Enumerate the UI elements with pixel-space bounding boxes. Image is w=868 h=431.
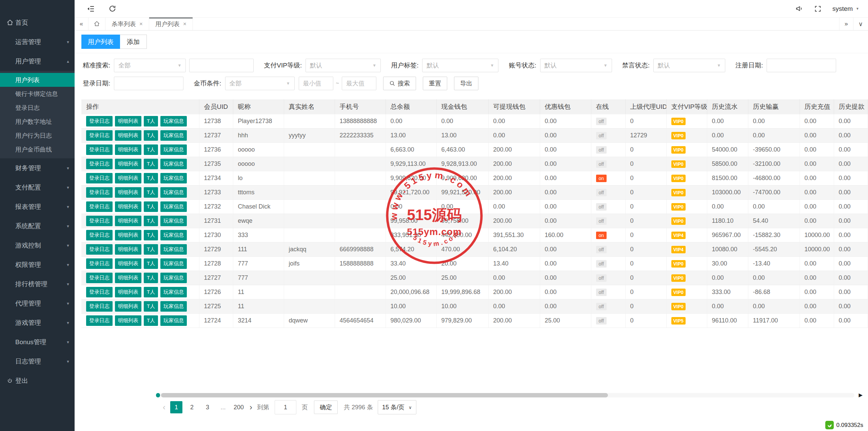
kick-player-button[interactable]: T人 bbox=[144, 273, 158, 283]
kick-player-button[interactable]: T人 bbox=[144, 201, 158, 212]
refresh-icon[interactable] bbox=[108, 5, 116, 13]
login-log-button[interactable]: 登录日志 bbox=[86, 116, 113, 126]
kick-player-button[interactable]: T人 bbox=[144, 116, 158, 126]
sidebar-item-ranking[interactable]: 排行榜管理▼ bbox=[0, 274, 75, 294]
detail-list-button[interactable]: 明细列表 bbox=[115, 216, 141, 226]
scroll-right-arrow-icon[interactable]: ▶ bbox=[859, 392, 863, 398]
precise-search-select[interactable]: 全部▼ bbox=[114, 59, 186, 72]
detail-list-button[interactable]: 明细列表 bbox=[115, 301, 141, 312]
confirm-button[interactable]: 确定 bbox=[314, 400, 338, 414]
sidebar-item-logs[interactable]: 日志管理▼ bbox=[0, 352, 75, 371]
announcement-icon[interactable] bbox=[795, 5, 803, 13]
page-button[interactable]: 1 bbox=[170, 401, 182, 413]
player-info-button[interactable]: 玩家信息 bbox=[160, 216, 187, 226]
scrollbar-thumb[interactable] bbox=[161, 393, 608, 397]
login-log-button[interactable]: 登录日志 bbox=[86, 273, 113, 283]
close-icon[interactable]: × bbox=[139, 21, 143, 27]
sidebar-item-payment-config[interactable]: 支付配置▼ bbox=[0, 178, 75, 197]
kick-player-button[interactable]: T人 bbox=[144, 230, 158, 240]
kick-player-button[interactable]: T人 bbox=[144, 144, 158, 155]
detail-list-button[interactable]: 明细列表 bbox=[115, 258, 141, 269]
add-tab-button[interactable]: 添加 bbox=[120, 35, 147, 49]
sidebar-item-behavior-log[interactable]: 用户行为日志 bbox=[0, 129, 75, 142]
login-log-button[interactable]: 登录日志 bbox=[86, 315, 113, 326]
sidebar-item-bank-card[interactable]: 银行卡绑定信息 bbox=[0, 87, 75, 101]
sidebar-item-agents[interactable]: 代理管理▼ bbox=[0, 294, 75, 313]
coin-condition-select[interactable]: 全部▼ bbox=[225, 77, 295, 90]
tabs-scroll-right-icon[interactable]: » bbox=[839, 18, 853, 30]
kick-player-button[interactable]: T人 bbox=[144, 159, 158, 169]
sidebar-item-games[interactable]: 游戏管理▼ bbox=[0, 313, 75, 332]
kick-player-button[interactable]: T人 bbox=[144, 173, 158, 183]
player-info-button[interactable]: 玩家信息 bbox=[160, 287, 187, 297]
kick-player-button[interactable]: T人 bbox=[144, 301, 158, 312]
detail-list-button[interactable]: 明细列表 bbox=[115, 159, 141, 169]
tab-user-list[interactable]: 用户列表 × bbox=[149, 18, 193, 30]
player-info-button[interactable]: 玩家信息 bbox=[160, 201, 187, 212]
player-info-button[interactable]: 玩家信息 bbox=[160, 116, 187, 126]
horizontal-scrollbar[interactable] bbox=[156, 393, 854, 397]
login-log-button[interactable]: 登录日志 bbox=[86, 130, 113, 141]
player-info-button[interactable]: 玩家信息 bbox=[160, 173, 187, 183]
min-value-input[interactable] bbox=[299, 77, 333, 90]
export-button[interactable]: 导出 bbox=[454, 77, 478, 90]
search-button[interactable]: 搜索 bbox=[383, 77, 416, 90]
sidebar-item-user-management[interactable]: 用户管理 ▲ bbox=[0, 52, 75, 71]
per-page-select[interactable]: 15 条/页 ∨ bbox=[378, 400, 416, 414]
home-tab-icon[interactable] bbox=[88, 18, 105, 30]
sidebar-item-bonus[interactable]: Bonus管理▼ bbox=[0, 332, 75, 352]
player-info-button[interactable]: 玩家信息 bbox=[160, 130, 187, 141]
kick-player-button[interactable]: T人 bbox=[144, 130, 158, 141]
player-info-button[interactable]: 玩家信息 bbox=[160, 244, 187, 255]
register-date-input[interactable] bbox=[767, 59, 836, 72]
kick-player-button[interactable]: T人 bbox=[144, 315, 158, 326]
sidebar-item-user-list[interactable]: 用户列表 bbox=[0, 73, 75, 87]
sidebar-item-digital-address[interactable]: 用户数字地址 bbox=[0, 115, 75, 129]
login-log-button[interactable]: 登录日志 bbox=[86, 201, 113, 212]
detail-list-button[interactable]: 明细列表 bbox=[115, 244, 141, 255]
player-info-button[interactable]: 玩家信息 bbox=[160, 230, 187, 240]
player-info-button[interactable]: 玩家信息 bbox=[160, 301, 187, 312]
sidebar-item-operations[interactable]: 运营管理 ▼ bbox=[0, 32, 75, 52]
player-info-button[interactable]: 玩家信息 bbox=[160, 273, 187, 283]
login-log-button[interactable]: 登录日志 bbox=[86, 301, 113, 312]
prev-page-icon[interactable]: ‹ bbox=[161, 403, 167, 412]
kick-player-button[interactable]: T人 bbox=[144, 187, 158, 198]
kick-player-button[interactable]: T人 bbox=[144, 244, 158, 255]
sidebar-item-game-control[interactable]: 游戏控制▼ bbox=[0, 236, 75, 255]
detail-list-button[interactable]: 明细列表 bbox=[115, 273, 141, 283]
user-menu[interactable]: system ▼ bbox=[832, 5, 859, 13]
detail-list-button[interactable]: 明细列表 bbox=[115, 144, 141, 155]
scrollbar-left-chip[interactable] bbox=[156, 393, 160, 397]
detail-list-button[interactable]: 明细列表 bbox=[115, 230, 141, 240]
account-status-select[interactable]: 默认▼ bbox=[540, 59, 612, 72]
sidebar-item-coin-curve[interactable]: 用户金币曲线 bbox=[0, 142, 75, 156]
detail-list-button[interactable]: 明细列表 bbox=[115, 287, 141, 297]
page-button[interactable]: 200 bbox=[233, 401, 245, 413]
tabs-menu-icon[interactable]: ∨ bbox=[853, 18, 868, 30]
goto-page-input[interactable] bbox=[275, 400, 296, 414]
kick-player-button[interactable]: T人 bbox=[144, 258, 158, 269]
sidebar-item-home[interactable]: 首页 bbox=[0, 13, 75, 32]
next-page-icon[interactable]: › bbox=[248, 403, 254, 412]
sidebar-item-system-config[interactable]: 系统配置▼ bbox=[0, 216, 75, 236]
login-log-button[interactable]: 登录日志 bbox=[86, 159, 113, 169]
sidebar-item-login-log[interactable]: 登录日志 bbox=[0, 101, 75, 115]
login-log-button[interactable]: 登录日志 bbox=[86, 173, 113, 183]
kick-player-button[interactable]: T人 bbox=[144, 216, 158, 226]
kick-player-button[interactable]: T人 bbox=[144, 287, 158, 297]
sidebar-item-permissions[interactable]: 权限管理▼ bbox=[0, 255, 75, 274]
login-log-button[interactable]: 登录日志 bbox=[86, 244, 113, 255]
tab-kill-rate-list[interactable]: 杀率列表 × bbox=[105, 18, 149, 30]
player-info-button[interactable]: 玩家信息 bbox=[160, 187, 187, 198]
user-tag-select[interactable]: 默认▼ bbox=[422, 59, 498, 72]
page-button[interactable]: 3 bbox=[201, 401, 214, 413]
user-list-tab-button[interactable]: 用户列表 bbox=[81, 35, 120, 49]
player-info-button[interactable]: 玩家信息 bbox=[160, 144, 187, 155]
player-info-button[interactable]: 玩家信息 bbox=[160, 258, 187, 269]
fullscreen-icon[interactable] bbox=[814, 5, 822, 13]
login-log-button[interactable]: 登录日志 bbox=[86, 230, 113, 240]
login-log-button[interactable]: 登录日志 bbox=[86, 258, 113, 269]
login-log-button[interactable]: 登录日志 bbox=[86, 187, 113, 198]
detail-list-button[interactable]: 明细列表 bbox=[115, 130, 141, 141]
